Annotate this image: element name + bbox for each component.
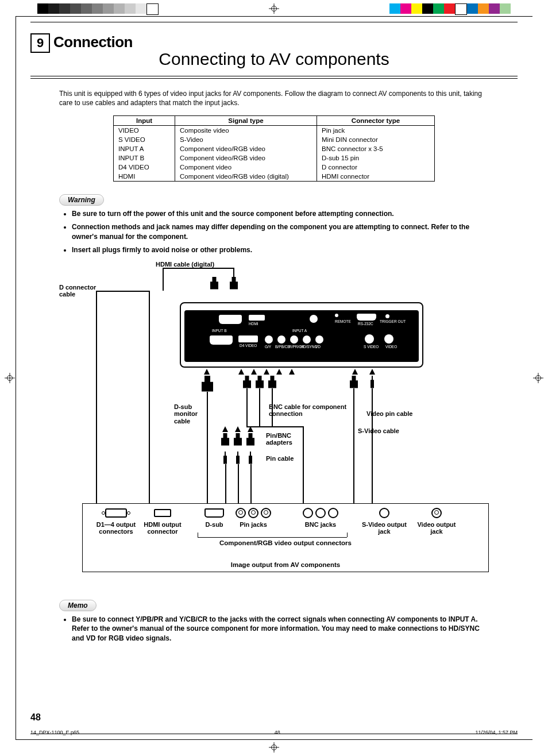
- dsub-plug-icon: [202, 376, 213, 392]
- jack-label: S-Video output: [362, 521, 407, 528]
- port-remote: [335, 314, 338, 317]
- arrow-up-icon: [204, 369, 210, 375]
- d4-connector-icon: [105, 508, 127, 518]
- color-bar-left: [37, 3, 159, 14]
- page: 9 Connection Connecting to AV components…: [0, 0, 548, 756]
- jack-label: jack: [430, 528, 442, 535]
- port-label: VD: [315, 345, 321, 349]
- jack-label: D-sub: [205, 521, 223, 528]
- port-bnc-vd: [315, 335, 323, 344]
- table-cell: HDMI: [114, 172, 175, 182]
- table-cell: Pin jack: [317, 126, 435, 136]
- arrow-up-icon: [352, 369, 358, 375]
- jack-hdmi: HDMI outputconnector: [140, 507, 185, 535]
- jack-svideo: S-Video outputjack: [358, 507, 410, 535]
- cable-line: [246, 388, 248, 426]
- cable-line: [303, 426, 304, 503]
- warning-item: Insert all plugs firmly to avoid noise o…: [72, 245, 489, 255]
- color-swatch: [48, 3, 59, 14]
- color-swatch: [478, 3, 489, 14]
- bracket-line: [347, 533, 348, 537]
- port-trigger: [385, 314, 389, 318]
- pin-jack-icon: [261, 508, 271, 518]
- port-misc: [310, 315, 318, 323]
- table-cell: Component video/RGB video (digital): [175, 172, 317, 182]
- table-cell: D4 VIDEO: [114, 163, 175, 172]
- color-swatch: [467, 3, 478, 14]
- memo-badge: Memo: [59, 600, 97, 611]
- color-swatch: [81, 3, 92, 14]
- arrow-up-icon: [251, 369, 257, 375]
- port-hdmi: [249, 315, 265, 321]
- input-table: Input Signal type Connector type VIDEOCo…: [113, 115, 435, 182]
- divider: [30, 78, 518, 79]
- memo-item: Be sure to connect Y/PB/PR and Y/CB/CR t…: [72, 615, 489, 643]
- color-swatch: [433, 3, 444, 14]
- cable-line: [96, 291, 97, 503]
- port-label: G/Y: [265, 345, 271, 349]
- warning-item: Connection methods and jack names may di…: [72, 222, 489, 242]
- bnc-jack-icon: [315, 508, 326, 518]
- section-number: 9: [30, 33, 50, 53]
- footer: 14_DPX-1100_E.p65 48 11/26/04, 1:57 PM: [30, 730, 518, 735]
- color-swatch: [500, 3, 511, 14]
- warning-list: Be sure to turn off the power of this un…: [72, 209, 489, 254]
- color-swatch: [125, 3, 136, 14]
- color-swatch: [411, 3, 422, 14]
- table-cell: Component video: [175, 163, 317, 172]
- pin-plug-icon: [235, 452, 241, 464]
- table-cell: S VIDEO: [114, 135, 175, 144]
- table-cell: D-sub 15 pin: [317, 153, 435, 163]
- rear-panel: REMOTE RS-232C TRIGGER OUT HDMI INPUT B …: [180, 302, 423, 368]
- table-cell: Composite video: [175, 126, 317, 136]
- bnc-adapter-icon: [234, 433, 242, 446]
- port-label: INPUT B: [212, 329, 227, 333]
- registration-mark-icon: [533, 373, 543, 383]
- jack-label: Pin jacks: [240, 521, 267, 528]
- arrow-up-icon: [276, 369, 282, 375]
- bnc-jack-icon: [303, 508, 313, 518]
- cable-line: [207, 392, 208, 503]
- footer-page: 48: [275, 730, 280, 735]
- content-area: 9 Connection Connecting to AV components…: [30, 33, 518, 727]
- port-rs232c: [357, 314, 376, 321]
- table-header: Connector type: [317, 116, 435, 126]
- port-bnc-r: [290, 335, 298, 344]
- label-pin-cable: Pin cable: [266, 455, 294, 462]
- jack-label: BNC jacks: [305, 521, 336, 528]
- svideo-plug-icon: [350, 376, 358, 388]
- color-swatch: [103, 3, 114, 14]
- table-cell: VIDEO: [114, 126, 175, 136]
- bnc-plug-icon: [243, 376, 251, 388]
- port-d4video: [219, 315, 242, 324]
- jack-bnc: BNC jacks: [298, 507, 344, 529]
- label-svideo-cable: S-Video cable: [358, 427, 399, 435]
- jack-d4: D1—4 outputconnectors: [93, 507, 139, 535]
- pin-plug-icon: [369, 376, 375, 388]
- cable-line: [163, 268, 234, 269]
- av-components-box: D1—4 outputconnectors HDMI outputconnect…: [82, 503, 489, 572]
- av-bottom-label: Image output from AV components: [83, 561, 488, 568]
- screw-hole-icon: [299, 306, 304, 310]
- pin-jack-icon: [236, 508, 246, 518]
- table-cell: HDMI connector: [317, 172, 435, 182]
- jack-dsub: D-sub: [200, 507, 229, 529]
- color-swatch: [136, 3, 146, 14]
- av-mid-label: Component/RGB video output connectors: [83, 539, 488, 546]
- label-pinbnc: Pin/BNC adapters: [266, 432, 306, 446]
- port-label: RS-232C: [358, 322, 373, 326]
- hdmi-connector-icon: [154, 509, 171, 517]
- bracket-line: [198, 537, 347, 538]
- cable-line: [372, 388, 373, 503]
- label-video-pin-cable: Video pin cable: [366, 410, 413, 418]
- color-swatch: [422, 3, 433, 14]
- jack-label: D1—4 output: [97, 521, 136, 528]
- color-swatch: [59, 3, 70, 14]
- cable-line: [96, 291, 150, 292]
- cable-line: [238, 464, 239, 503]
- memo-list: Be sure to connect Y/PB/PR and Y/CB/CR t…: [72, 615, 489, 643]
- label-bnc-cable: BNC cable for component connection: [269, 403, 355, 418]
- table-header: Input: [114, 116, 175, 126]
- page-subtitle: Connecting to AV components: [30, 49, 518, 69]
- table-cell: BNC connector x 3-5: [317, 144, 435, 153]
